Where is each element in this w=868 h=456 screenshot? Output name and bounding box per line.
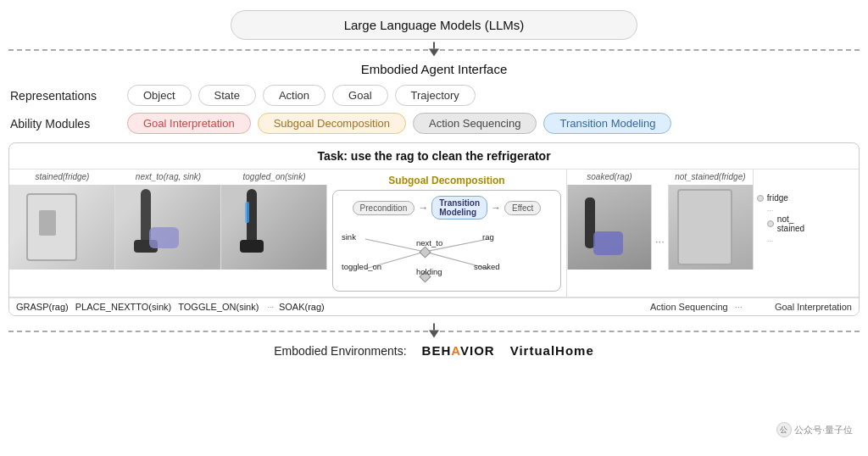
dashed-line-top: [8, 40, 860, 58]
gnode-nextto: next_to: [416, 238, 442, 247]
representations-label: Representations: [10, 89, 120, 103]
pill-action-sequencing: Action Sequencing: [413, 113, 537, 134]
action-seq-label: Action Sequencing: [650, 302, 728, 312]
ability-modules-row: Ability Modules Goal Interpretation Subg…: [0, 109, 868, 137]
img-caption-1: stained(fridge): [9, 170, 115, 185]
goal-node-notstained: not_stained: [777, 214, 804, 233]
representations-row: Representations Object State Action Goal…: [0, 81, 868, 109]
task-area: Task: use the rag to clean the refrigera…: [8, 142, 860, 316]
llm-banner: Large Language Models (LLMs): [231, 10, 637, 40]
img-box-soaked: [567, 185, 652, 270]
env-label: Embodied Environments:: [274, 344, 406, 358]
action-toggle: TOGGLE_ON(sink): [178, 302, 259, 312]
eai-label: Embodied Agent Interface: [0, 62, 868, 76]
behavior-highlight: A: [451, 343, 460, 358]
graph-svg: [340, 226, 560, 286]
goal-tree-text: fridge ... not_stained ...: [757, 193, 821, 243]
graph-area: sink toggled_on next_to holding rag soak…: [340, 226, 560, 286]
img-caption-2: next_to(rag, sink): [115, 170, 221, 185]
tm-arrow-2: →: [491, 202, 501, 214]
wm-text: 公众号·量子位: [794, 424, 853, 437]
environments-bar: Embodied Environments: BEHAVIOR VirtualH…: [0, 343, 868, 358]
pill-goal-interpretation: Goal Interpretation: [127, 113, 251, 134]
goal-node-fridge: fridge: [767, 193, 788, 203]
img-col-notstained: not_stained(fridge) ​ fridge ...: [668, 170, 859, 297]
gnode-soaked: soaked: [474, 262, 500, 271]
pill-transition-modeling: Transition Modeling: [543, 113, 671, 134]
env-behavior: BEHAVIOR: [422, 343, 495, 358]
img-box-notstained: [668, 185, 753, 270]
img-col-2: next_to(rag, sink): [115, 170, 221, 297]
pill-trajectory: Trajectory: [395, 85, 476, 106]
gnode-rag: rag: [482, 232, 494, 242]
img-box-1: [9, 185, 115, 270]
wm-icon: 公: [776, 422, 792, 437]
right-content: not_stained(fridge) ​ fridge ...: [668, 170, 859, 270]
tm-arrow-1: →: [418, 202, 428, 214]
watermark: 公 公众号·量子位: [776, 422, 853, 437]
gnode-toggledon: toggled_on: [342, 262, 381, 271]
img-caption-notstained: not_stained(fridge): [668, 170, 753, 185]
tm-tag-effect: Effect: [504, 201, 541, 215]
img-caption-soaked: soaked(rag): [567, 170, 652, 185]
img-caption-3: toggled_on(sink): [221, 170, 327, 185]
tm-header: Precondition → TransitionModeling → Effe…: [340, 196, 554, 220]
pill-subgoal-decomp: Subgoal Decomposition: [258, 113, 406, 134]
goal-tree-panel: ​ fridge ... not_stained ...: [753, 170, 825, 270]
content-row: stained(fridge) next_to(rag, sink) toggl…: [9, 170, 859, 298]
gnode-sink: sink: [342, 232, 356, 242]
pill-object: Object: [127, 85, 192, 106]
arrow-down-top: [429, 42, 439, 57]
ability-modules-label: Ability Modules: [10, 117, 120, 131]
ellipsis-mid: ···: [652, 170, 668, 297]
pill-state: State: [198, 85, 256, 106]
right-img-col: not_stained(fridge): [668, 170, 753, 270]
action-row: GRASP(rag) PLACE_NEXTTO(sink) TOGGLE_ON(…: [9, 298, 859, 315]
pill-goal: Goal: [332, 85, 387, 106]
env-virtualhome: VirtualHome: [510, 343, 594, 358]
img-col-1: stained(fridge): [9, 170, 115, 297]
svg-rect-4: [420, 247, 431, 258]
gnode-holding: holding: [416, 267, 442, 276]
subgoal-label: Subgoal Decomposition: [332, 175, 561, 186]
arrow-down-bottom: [429, 324, 439, 338]
task-title: Task: use the rag to clean the refrigera…: [9, 143, 859, 170]
llm-label: Large Language Models (LLMs): [344, 18, 525, 32]
img-col-soaked: soaked(rag): [567, 170, 652, 297]
dashed-line-bottom: [8, 321, 860, 340]
tm-box: Precondition → TransitionModeling → Effe…: [332, 190, 561, 292]
img-box-2: [115, 185, 221, 270]
img-col-3: toggled_on(sink): [221, 170, 327, 297]
pill-action: Action: [263, 85, 326, 106]
action-soak: SOAK(rag): [279, 302, 325, 312]
tm-tag-precondition: Precondition: [353, 201, 415, 215]
action-grasp: GRASP(rag): [16, 302, 69, 312]
img-box-3: [221, 185, 327, 270]
action-place: PLACE_NEXTTO(sink): [75, 302, 172, 312]
goal-interp-label: Goal Interpretation: [775, 302, 852, 312]
transition-modeling-cell: Subgoal Decomposition Precondition → Tra…: [327, 170, 567, 297]
tm-tag-transition: TransitionModeling: [431, 196, 487, 220]
